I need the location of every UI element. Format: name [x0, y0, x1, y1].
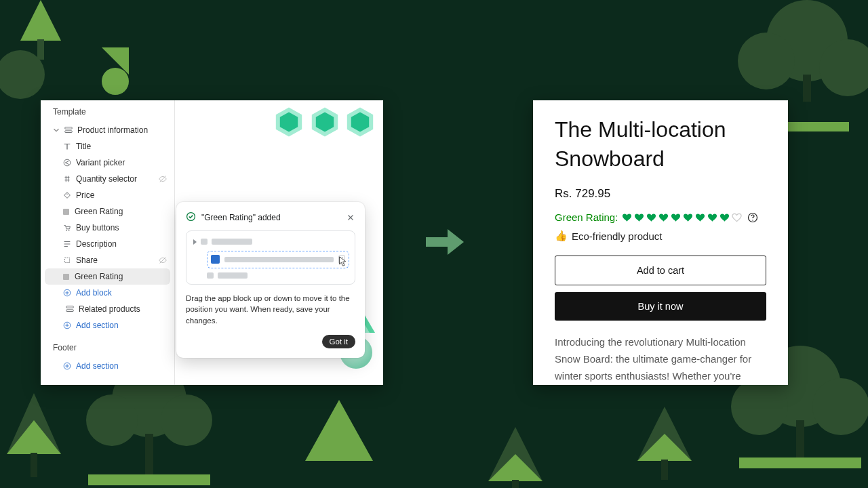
green-rating-row: Green Rating:	[555, 211, 766, 223]
svg-rect-18	[796, 420, 804, 458]
add-to-cart-button[interactable]: Add to cart	[555, 256, 766, 285]
section-product-information[interactable]: Product information	[45, 122, 170, 138]
block-label: Green Rating	[75, 207, 167, 216]
rating-hearts	[622, 213, 742, 222]
sidebar: Template Product information Title Varia…	[41, 100, 175, 385]
app-block-icon	[63, 209, 69, 215]
svg-rect-0	[37, 39, 44, 60]
block-title[interactable]: Title	[45, 138, 170, 155]
heart-filled-icon	[658, 213, 669, 222]
product-preview-card: The Multi-location Snowboard Rs. 729.95 …	[533, 100, 788, 385]
svg-rect-14	[512, 480, 519, 488]
description-icon	[62, 239, 72, 249]
section-label: Product information	[77, 125, 167, 135]
block-share[interactable]: Share	[45, 252, 170, 268]
arrow-icon	[425, 225, 465, 262]
drag-handle-icon[interactable]	[338, 255, 345, 264]
block-quantity-selector[interactable]: Quantity selector	[45, 171, 170, 187]
section-label: Related products	[79, 304, 167, 314]
svg-rect-12	[145, 434, 153, 474]
heart-filled-icon	[695, 213, 705, 222]
plus-circle-icon	[62, 288, 72, 298]
price-icon	[62, 190, 72, 200]
add-section-label: Add section	[76, 361, 167, 371]
product-description: Introducing the revolutionary Multi-loca…	[555, 334, 766, 384]
theme-editor-panel: Template Product information Title Varia…	[41, 100, 383, 385]
block-label: Buy buttons	[76, 223, 167, 232]
hash-icon	[62, 174, 72, 184]
product-title: The Multi-location Snowboard	[555, 115, 766, 174]
onboarding-callout: "Green Rating" added Drag the app block …	[176, 202, 365, 358]
hidden-icon	[158, 174, 167, 184]
block-label: Quantity selector	[76, 174, 167, 184]
heart-empty-icon	[732, 213, 742, 222]
product-price: Rs. 729.95	[555, 187, 766, 201]
plus-circle-icon	[62, 361, 72, 371]
text-icon	[62, 142, 72, 151]
share-icon	[62, 256, 72, 265]
sidebar-heading-footer: Footer	[45, 338, 170, 358]
layout-icon	[64, 125, 73, 135]
block-variant-picker[interactable]: Variant picker	[45, 155, 170, 171]
block-label: Description	[76, 239, 167, 249]
section-related-products[interactable]: Related products	[45, 301, 170, 317]
block-price[interactable]: Price	[45, 187, 170, 203]
block-label: Green Rating	[75, 272, 167, 281]
buy-it-now-button[interactable]: Buy it now	[555, 292, 766, 321]
block-label: Title	[76, 142, 167, 151]
block-label: Price	[76, 190, 167, 200]
svg-rect-30	[66, 310, 74, 312]
svg-point-25	[66, 230, 67, 231]
heart-filled-icon	[622, 213, 632, 222]
heart-filled-icon	[719, 213, 730, 222]
svg-point-2	[102, 68, 129, 95]
help-icon[interactable]	[747, 212, 758, 223]
callout-body: Drag the app block up or down to move it…	[186, 293, 355, 327]
layout-icon	[65, 304, 75, 314]
block-buy-buttons[interactable]: Buy buttons	[45, 220, 170, 236]
add-section[interactable]: Add section	[45, 317, 170, 333]
svg-rect-6	[803, 75, 811, 102]
block-green-rating-selected[interactable]: Green Rating	[45, 268, 170, 285]
plus-circle-icon	[62, 321, 72, 330]
svg-point-4	[738, 33, 795, 89]
add-block[interactable]: Add block	[45, 285, 170, 301]
block-description[interactable]: Description	[45, 236, 170, 252]
got-it-button[interactable]: Got it	[322, 335, 355, 348]
svg-point-11	[161, 394, 212, 446]
cursor-icon	[338, 256, 348, 269]
svg-rect-19	[739, 458, 861, 468]
close-icon[interactable]	[346, 213, 355, 222]
svg-rect-13	[88, 474, 210, 485]
svg-point-26	[68, 230, 70, 231]
block-green-rating[interactable]: Green Rating	[45, 203, 170, 220]
cart-icon	[62, 223, 72, 232]
checkmark-circle-icon	[186, 211, 196, 224]
callout-title: "Green Rating" added	[201, 213, 340, 222]
svg-rect-29	[66, 306, 74, 308]
svg-point-24	[66, 194, 67, 195]
heart-filled-icon	[646, 213, 656, 222]
add-section-footer[interactable]: Add section	[45, 358, 170, 374]
svg-rect-27	[65, 258, 70, 263]
heart-filled-icon	[683, 213, 693, 222]
block-label: Share	[76, 256, 167, 265]
eco-text: Eco-friendly product	[572, 230, 662, 242]
svg-rect-20	[661, 460, 668, 480]
variant-icon	[62, 158, 72, 167]
svg-point-35	[753, 220, 753, 220]
green-rating-label: Green Rating:	[555, 211, 618, 223]
svg-rect-22	[65, 131, 73, 133]
app-block-icon	[63, 274, 69, 280]
decorative-hexagons	[273, 106, 376, 148]
heart-filled-icon	[707, 213, 717, 222]
add-block-label: Add block	[76, 288, 167, 298]
svg-point-16	[731, 378, 788, 435]
svg-point-10	[86, 394, 138, 446]
add-section-label: Add section	[76, 321, 167, 330]
thumbs-up-icon: 👍	[555, 230, 568, 242]
svg-point-23	[64, 159, 71, 166]
heart-filled-icon	[634, 213, 644, 222]
chevron-down-icon	[52, 125, 61, 135]
svg-rect-21	[65, 127, 73, 129]
